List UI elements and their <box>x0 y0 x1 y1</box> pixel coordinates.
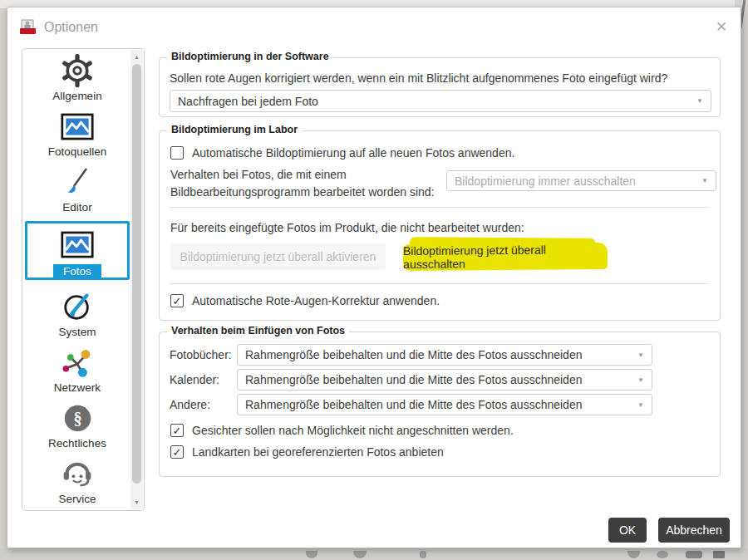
checkbox-label: Automatische Rote-Augen-Korrektur anwend… <box>192 294 440 307</box>
sidebar-item-allgemein[interactable]: Allgemein <box>25 54 130 102</box>
sidebar-item-netzwerk[interactable]: Netzwerk <box>25 346 130 394</box>
photo-icon <box>61 228 94 261</box>
redeye-correction-checkbox-row[interactable]: ✓ Automatische Rote-Augen-Korrektur anwe… <box>170 294 440 307</box>
sidebar-scrollbar[interactable]: ▲ ▼ <box>130 50 143 509</box>
sidebar: Allgemein Fotoquellen <box>22 48 145 511</box>
sidebar-item-label: Editor <box>62 201 91 214</box>
andere-row: Andere: Rahmengröße beibehalten und die … <box>170 394 652 415</box>
options-dialog: Optionen ✕ <box>7 7 741 548</box>
row-label: Fotobücher: <box>170 348 237 361</box>
redeye-behavior-dropdown[interactable]: Nachfragen bei jedem Foto ▼ <box>170 90 711 112</box>
background-thumbnail <box>686 551 702 558</box>
scrollbar-thumb[interactable] <box>132 64 141 484</box>
photo-icon <box>61 110 94 143</box>
checkbox-checked[interactable]: ✓ <box>170 445 184 459</box>
sidebar-items: Allgemein Fotoquellen <box>22 49 132 511</box>
svg-text:§: § <box>73 409 81 427</box>
maps-checkbox-row[interactable]: ✓ Landkarten bei georeferenzierten Fotos… <box>170 445 444 459</box>
dropdown-value: Rahmengröße beibehalten und die Mitte de… <box>245 398 582 411</box>
sidebar-item-label: Fotoquellen <box>48 145 107 158</box>
chevron-down-icon: ▼ <box>696 97 703 105</box>
sidebar-item-editor[interactable]: Editor <box>25 165 130 214</box>
scroll-up-icon[interactable]: ▲ <box>130 51 143 63</box>
sidebar-item-label: Rechtliches <box>48 437 106 449</box>
divider <box>170 207 710 208</box>
gear-icon <box>60 54 95 87</box>
checkbox-label: Gesichter sollen nach Möglichkeit nicht … <box>192 424 514 437</box>
checkbox-label: Automatische Bildoptimierung auf alle ne… <box>192 146 514 160</box>
dropdown-value: Rahmengröße beibehalten und die Mitte de… <box>245 348 582 361</box>
background-strip-bottom <box>0 548 748 560</box>
close-icon[interactable]: ✕ <box>712 17 731 36</box>
checkbox-checked[interactable]: ✓ <box>170 424 184 437</box>
brush-icon <box>62 165 93 199</box>
row-label: Andere: <box>170 398 237 411</box>
sidebar-item-fotos[interactable]: Fotos <box>25 221 130 280</box>
network-icon <box>61 346 94 379</box>
headset-icon <box>61 457 94 490</box>
background-thumbnail <box>657 551 668 558</box>
group-insert-behavior: Verhalten beim Einfügen von Fotos Fotobü… <box>159 332 721 477</box>
gauge-icon <box>62 290 93 323</box>
sidebar-item-label: Netzwerk <box>54 381 101 394</box>
andere-dropdown[interactable]: Rahmengröße beibehalten und die Mitte de… <box>237 394 652 415</box>
background-thumbnail <box>627 551 640 558</box>
group-lab-optimization: Bildoptimierung im Labor Automatische Bi… <box>159 130 721 321</box>
sidebar-item-fotoquellen[interactable]: Fotoquellen <box>25 110 130 158</box>
edited-photos-dropdown: Bildoptimierung immer ausschalten ▼ <box>446 170 716 191</box>
group-legend: Bildoptimierung im Labor <box>167 124 302 135</box>
titlebar: Optionen ✕ <box>7 7 741 44</box>
faces-checkbox-row[interactable]: ✓ Gesichter sollen nach Möglichkeit nich… <box>170 424 514 437</box>
redeye-question-label: Sollen rote Augen korrigiert werden, wen… <box>170 71 667 85</box>
fotobuecher-dropdown[interactable]: Rahmengröße beibehalten und die Mitte de… <box>237 344 652 366</box>
paragraph-icon: § <box>62 401 93 435</box>
group-legend: Bildoptimierung in der Software <box>167 51 333 62</box>
dropdown-value: Rahmengröße beibehalten und die Mitte de… <box>245 373 582 386</box>
background-thumbnail <box>306 551 317 558</box>
chevron-down-icon: ▼ <box>637 376 644 384</box>
deactivate-optimization-button[interactable]: Bildoptimierung jetzt überall ausschalte… <box>403 243 608 271</box>
chevron-down-icon: ▼ <box>637 401 644 409</box>
sidebar-item-rechtliches[interactable]: § Rechtliches <box>25 401 130 449</box>
kalender-row: Kalender: Rahmengröße beibehalten und di… <box>170 369 652 391</box>
kalender-dropdown[interactable]: Rahmengröße beibehalten und die Mitte de… <box>237 369 652 391</box>
ok-button[interactable]: OK <box>608 518 647 543</box>
sidebar-item-label: Fotos <box>53 264 101 280</box>
group-software-optimization: Bildoptimierung in der Software Sollen r… <box>159 57 721 117</box>
background-thumbnail <box>353 551 367 558</box>
dropdown-value: Bildoptimierung immer ausschalten <box>455 174 636 188</box>
chevron-down-icon: ▼ <box>637 351 644 359</box>
chevron-down-icon: ▼ <box>701 177 708 184</box>
cancel-button[interactable]: Abbrechen <box>658 518 730 543</box>
edited-photos-label: Verhalten bei Fotos, die mit einem Bildb… <box>170 166 436 201</box>
sidebar-item-label: Allgemein <box>52 90 101 102</box>
sidebar-item-system[interactable]: System <box>25 290 130 338</box>
auto-optimization-checkbox-row[interactable]: Automatische Bildoptimierung auf alle ne… <box>170 146 514 160</box>
checkbox-checked[interactable]: ✓ <box>170 294 184 307</box>
sidebar-item-service[interactable]: Service <box>25 457 130 505</box>
background-thumbnail <box>713 551 725 558</box>
sidebar-item-label: System <box>58 326 96 338</box>
app-logo-icon <box>19 18 37 36</box>
activate-optimization-button: Bildoptimierung jetzt überall aktivieren <box>170 243 386 270</box>
dropdown-value: Nachfragen bei jedem Foto <box>178 95 318 108</box>
row-label: Kalender: <box>170 373 237 386</box>
sidebar-item-label: Service <box>58 493 96 505</box>
checkbox-label: Landkarten bei georeferenzierten Fotos a… <box>192 445 444 459</box>
dialog-title: Optionen <box>44 20 98 35</box>
inserted-photos-label: Für bereits eingefügte Fotos im Produkt,… <box>170 221 524 234</box>
background-thumbnail <box>420 551 426 558</box>
fotobuecher-row: Fotobücher: Rahmengröße beibehalten und … <box>170 344 652 366</box>
divider <box>170 283 710 284</box>
group-legend: Verhalten beim Einfügen von Fotos <box>167 325 349 336</box>
scroll-down-icon[interactable]: ▼ <box>130 496 143 508</box>
checkbox-unchecked[interactable] <box>170 146 184 160</box>
